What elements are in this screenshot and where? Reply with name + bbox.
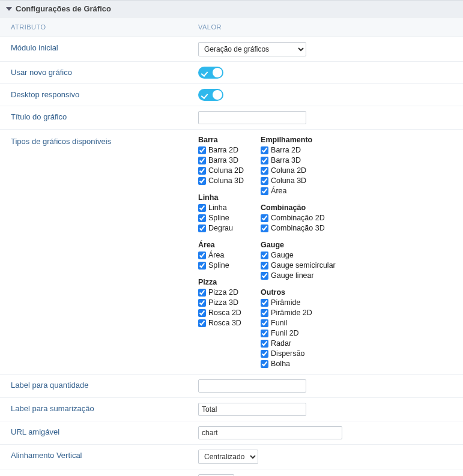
chart-type-option: Pirâmide: [261, 298, 336, 308]
chart-type-option: Barra 3D: [261, 155, 336, 166]
chart-type-option: Área: [198, 250, 244, 261]
checkbox-linha-linha[interactable]: [198, 204, 206, 212]
label-alinhamento-vertical: Alinhamento Vertical: [0, 450, 198, 464]
chart-type-option: Pizza 2D: [198, 288, 244, 298]
chart-type-label: Coluna 3D: [271, 176, 306, 186]
checkbox-a-rea-a-rea[interactable]: [198, 252, 206, 259]
chart-type-option: Pirâmide 2D: [261, 308, 336, 318]
checkbox-outros-pira-mide-2d[interactable]: [261, 309, 268, 317]
chart-type-option: Degrau: [198, 223, 244, 233]
chart-type-option: Radar: [261, 339, 336, 349]
chart-type-label: Spline: [208, 261, 229, 271]
chart-type-option: Spline: [198, 213, 244, 223]
row-tipos-graficos: Tipos de gráficos disponíveis BarraBarra…: [0, 130, 463, 375]
chart-type-label: Radar: [271, 339, 291, 349]
checkbox-outros-funil-2d[interactable]: [261, 330, 268, 337]
row-label-quantidade: Label para quantidade: [0, 375, 463, 398]
checkbox-empilhamento-a-rea[interactable]: [261, 187, 268, 195]
chart-type-label: Dispersão: [271, 349, 304, 359]
label-label-sumarizacao: Label para sumarização: [0, 403, 198, 416]
row-titulo-grafico: Título do gráfico: [0, 106, 463, 130]
chart-type-label: Coluna 3D: [208, 176, 244, 186]
group-title-gauge: Gauge: [261, 241, 336, 249]
panel-header[interactable]: Configurações de Gráfico: [0, 0, 463, 17]
group-title-barra: Barra: [198, 136, 244, 144]
input-titulo-grafico[interactable]: [198, 111, 306, 124]
input-url-amigavel[interactable]: [198, 426, 342, 439]
checkbox-outros-radar[interactable]: [261, 340, 268, 348]
chart-type-label: Coluna 2D: [208, 166, 244, 176]
checkbox-gauge-gauge-linear[interactable]: [261, 272, 268, 280]
chart-type-label: Coluna 2D: [271, 166, 306, 176]
checkbox-gauge-gauge-semicircular[interactable]: [261, 262, 268, 270]
group-title-pizza: Pizza: [198, 278, 244, 286]
label-tipos-graficos: Tipos de gráficos disponíveis: [0, 136, 198, 146]
chart-type-label: Combinação 2D: [271, 213, 325, 223]
checkbox-outros-bolha[interactable]: [261, 360, 268, 368]
toggle-usar-novo-grafico[interactable]: [198, 67, 223, 79]
row-desktop-responsivo: Desktop responsivo: [0, 84, 463, 106]
label-desktop-responsivo: Desktop responsivo: [0, 89, 198, 101]
checkbox-barra-barra-2d[interactable]: [198, 146, 206, 154]
checkbox-outros-funil[interactable]: [261, 319, 268, 327]
label-modulo-inicial: Módulo inicial: [0, 42, 198, 56]
chart-type-option: Spline: [198, 261, 244, 271]
checkbox-pizza-pizza-3d[interactable]: [198, 299, 206, 307]
toggle-desktop-responsivo[interactable]: [198, 89, 223, 101]
group-title-a-rea: Área: [198, 241, 244, 249]
group-title-combinac-a-o: Combinação: [261, 203, 336, 212]
checkbox-barra-coluna-2d[interactable]: [198, 167, 206, 175]
chart-type-label: Barra 2D: [208, 145, 238, 155]
checkbox-empilhamento-barra-2d[interactable]: [261, 146, 268, 154]
chart-type-option: Funil 2D: [261, 328, 336, 339]
row-alinhamento-vertical: Alinhamento Vertical Centralizado: [0, 445, 463, 469]
chart-type-option: Bolha: [261, 359, 336, 369]
row-modulo-inicial: Módulo inicial Geração de gráficos: [0, 37, 463, 62]
chart-type-option: Combinação 2D: [261, 213, 336, 223]
chart-type-label: Gauge linear: [271, 271, 314, 281]
checkbox-linha-spline[interactable]: [198, 214, 206, 222]
checkbox-barra-coluna-3d[interactable]: [198, 177, 206, 185]
checkbox-empilhamento-coluna-2d[interactable]: [261, 167, 268, 175]
group-title-empilhamento: Empilhamento: [261, 136, 336, 144]
label-usar-novo-grafico: Usar novo gráfico: [0, 67, 198, 79]
checkbox-pizza-rosca-2d[interactable]: [198, 309, 206, 317]
checkbox-combinac-a-o-combinac-a-o-3d[interactable]: [261, 224, 268, 232]
checkbox-barra-barra-3d[interactable]: [198, 157, 206, 164]
chart-type-label: Bolha: [271, 359, 290, 369]
select-alinhamento-vertical[interactable]: Centralizado: [198, 450, 258, 464]
chart-type-label: Combinação 3D: [271, 223, 325, 233]
chart-type-label: Linha: [208, 203, 227, 213]
checkbox-outros-pira-mide[interactable]: [261, 299, 268, 307]
input-label-sumarizacao[interactable]: [198, 403, 306, 416]
chart-type-label: Rosca 3D: [208, 318, 241, 328]
checkbox-outros-dispersa-o[interactable]: [261, 350, 268, 358]
chart-type-option: Coluna 2D: [261, 166, 336, 176]
input-label-quantidade[interactable]: [198, 379, 306, 393]
chart-type-option: Rosca 2D: [198, 308, 244, 318]
checkbox-empilhamento-coluna-3d[interactable]: [261, 177, 268, 185]
chart-type-option: Gauge semicircular: [261, 261, 336, 271]
checkbox-combinac-a-o-combinac-a-o-2d[interactable]: [261, 214, 268, 222]
checkbox-linha-degrau[interactable]: [198, 224, 206, 232]
checkbox-a-rea-spline[interactable]: [198, 262, 206, 270]
chart-type-option: Dispersão: [261, 349, 336, 359]
select-modulo-inicial[interactable]: Geração de gráficos: [198, 42, 306, 56]
checkbox-pizza-pizza-2d[interactable]: [198, 289, 206, 297]
chart-type-option: Linha: [198, 203, 244, 213]
chart-type-option: Barra 3D: [198, 155, 244, 166]
label-url-amigavel: URL amigável: [0, 426, 198, 439]
chart-type-option: Área: [261, 186, 336, 196]
chart-type-label: Barra 3D: [208, 155, 238, 166]
chart-types-groups: BarraBarra 2DBarra 3DColuna 2DColuna 3DL…: [198, 136, 336, 369]
label-label-quantidade: Label para quantidade: [0, 379, 198, 393]
chart-type-label: Funil 2D: [271, 328, 299, 339]
chart-type-label: Pirâmide 2D: [271, 308, 312, 318]
checkbox-gauge-gauge[interactable]: [261, 252, 268, 259]
chart-type-label: Área: [208, 250, 224, 261]
checkbox-pizza-rosca-3d[interactable]: [198, 319, 206, 327]
chart-type-label: Pirâmide: [271, 298, 300, 308]
chart-type-option: Coluna 3D: [261, 176, 336, 186]
checkbox-empilhamento-barra-3d[interactable]: [261, 157, 268, 164]
chart-type-label: Degrau: [208, 223, 233, 233]
